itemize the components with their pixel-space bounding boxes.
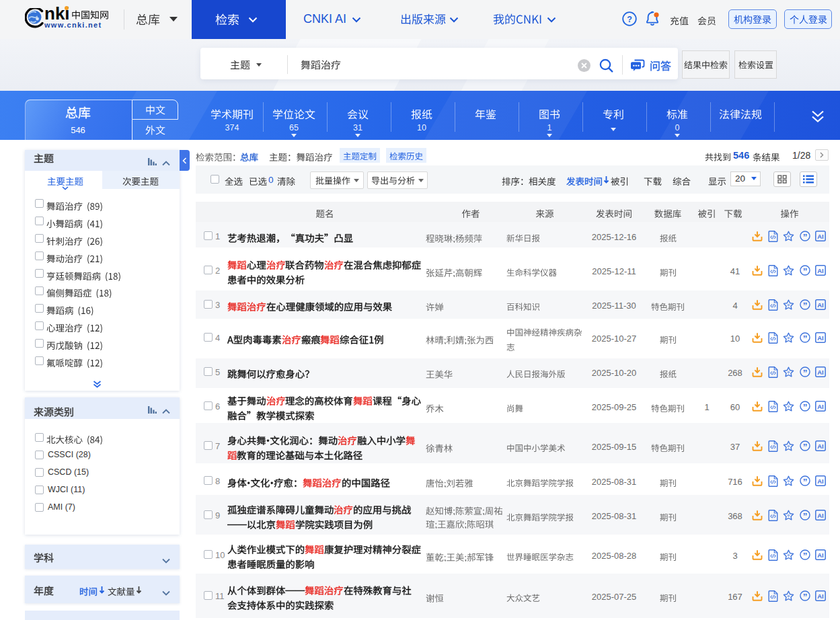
svg-text:AI: AI bbox=[817, 442, 824, 450]
svg-text:AI: AI bbox=[817, 512, 824, 519]
svg-text:AI: AI bbox=[817, 403, 824, 410]
svg-text:AI: AI bbox=[817, 301, 824, 309]
svg-text:”: ” bbox=[802, 402, 807, 412]
svg-text:”: ” bbox=[802, 368, 807, 377]
svg-text:”: ” bbox=[802, 301, 807, 310]
svg-text:?: ? bbox=[627, 15, 632, 24]
svg-text:”: ” bbox=[802, 266, 807, 276]
svg-text:”: ” bbox=[802, 551, 807, 560]
svg-text:AI: AI bbox=[817, 369, 824, 376]
svg-text:”: ” bbox=[802, 511, 807, 520]
svg-text:AI: AI bbox=[817, 334, 824, 342]
svg-text:AI: AI bbox=[817, 592, 824, 600]
svg-text:”: ” bbox=[802, 442, 807, 451]
svg-text:AI: AI bbox=[817, 267, 824, 274]
svg-text:”: ” bbox=[802, 477, 807, 486]
svg-text:”: ” bbox=[802, 334, 807, 343]
svg-text:AI: AI bbox=[817, 477, 824, 485]
svg-text:”: ” bbox=[802, 232, 807, 241]
svg-text:AI: AI bbox=[817, 233, 824, 240]
svg-text:”: ” bbox=[802, 592, 807, 601]
svg-text:AI: AI bbox=[817, 551, 824, 559]
